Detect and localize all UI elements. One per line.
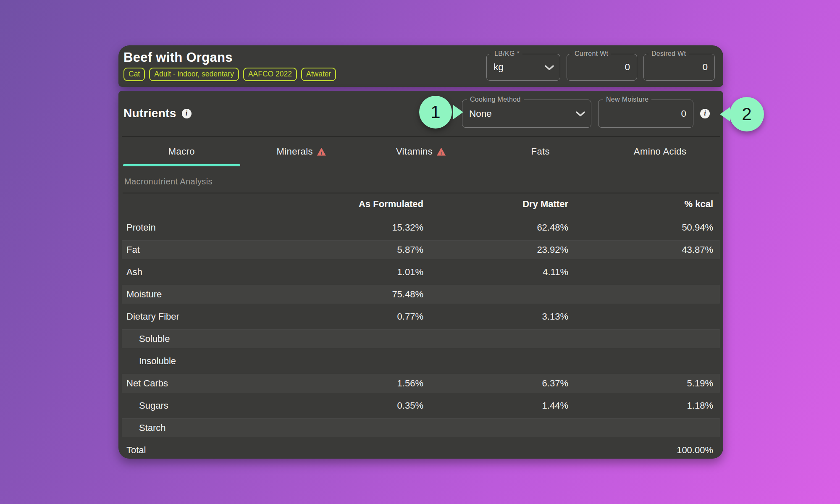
table-row-starch: Starch	[122, 418, 720, 438]
nutrient-tab-bar: Macro Minerals ! Vitamins ! Fats Amino A…	[122, 137, 720, 166]
table-row-fat: Fat 5.87% 23.92% 43.87%	[122, 240, 720, 260]
page-title: Beef with Organs	[123, 50, 336, 66]
desired-weight-label: Desired Wt	[648, 50, 689, 58]
nutrients-heading: Nutrients i	[123, 107, 192, 120]
new-moisture-label: New Moisture	[603, 96, 651, 103]
cooking-method-select[interactable]: Cooking Method None	[462, 100, 591, 128]
cooking-controls: Cooking Method None New Moisture 0 i	[462, 100, 710, 128]
tab-minerals[interactable]: Minerals !	[242, 137, 361, 166]
current-weight-input[interactable]: Current Wt 0	[567, 54, 637, 81]
tab-amino-acids[interactable]: Amino Acids	[600, 137, 720, 166]
column-header-dry-matter: Dry Matter	[430, 199, 575, 210]
desired-weight-input[interactable]: Desired Wt 0	[643, 54, 715, 81]
recipe-header-card: Beef with Organs Cat Adult - indoor, sed…	[118, 45, 723, 87]
column-header-as-formulated: As Formulated	[285, 199, 430, 210]
table-row-soluble: Soluble	[122, 329, 720, 349]
tab-vitamins[interactable]: Vitamins !	[361, 137, 481, 166]
tag-life-stage: Adult - indoor, sedentary	[149, 68, 239, 81]
tab-label: Minerals	[277, 146, 313, 157]
nutrients-card: Nutrients i Cooking Method None New Mois…	[118, 91, 723, 459]
arrow-right-icon	[453, 105, 463, 119]
tab-fats[interactable]: Fats	[480, 137, 600, 166]
warning-icon: !	[317, 148, 326, 156]
desired-weight-value: 0	[644, 54, 714, 80]
tab-label: Macro	[168, 146, 195, 157]
chevron-down-icon	[544, 65, 554, 71]
table-row-protein: Protein 15.32% 62.48% 50.94%	[122, 218, 720, 237]
warning-icon: !	[437, 148, 446, 156]
macro-table: As Formulated Dry Matter % kcal Protein …	[122, 193, 720, 460]
nutrients-info-icon[interactable]: i	[182, 109, 192, 118]
table-row-ash: Ash 1.01% 4.11%	[122, 262, 720, 282]
cooking-method-label: Cooking Method	[467, 96, 524, 103]
callout-number: 1	[419, 96, 452, 129]
annotation-callout-2: 2	[730, 97, 764, 131]
column-header-pct-kcal: % kcal	[575, 199, 720, 210]
table-row-moisture: Moisture 75.48%	[122, 285, 720, 304]
current-weight-label: Current Wt	[572, 50, 611, 58]
new-moisture-input[interactable]: New Moisture 0	[598, 100, 693, 128]
table-header-row: As Formulated Dry Matter % kcal	[122, 193, 720, 215]
nutrients-heading-text: Nutrients	[123, 107, 176, 120]
cooking-method-value: None	[462, 100, 591, 127]
tab-label: Vitamins	[396, 146, 433, 157]
unit-select-label: LB/KG *	[491, 50, 522, 58]
tag-standard: AAFCO 2022	[243, 68, 297, 81]
tag-list: Cat Adult - indoor, sedentary AAFCO 2022…	[123, 68, 336, 81]
table-row-dietary-fiber: Dietary Fiber 0.77% 3.13%	[122, 307, 720, 326]
unit-select[interactable]: LB/KG * kg	[486, 54, 560, 81]
recipe-header-left: Beef with Organs Cat Adult - indoor, sed…	[123, 50, 336, 87]
new-moisture-value: 0	[598, 100, 693, 127]
tag-energy-method: Atwater	[301, 68, 336, 81]
chevron-down-icon	[575, 111, 585, 117]
table-row-net-carbs: Net Carbs 1.56% 6.37% 5.19%	[122, 374, 720, 393]
weight-fields: LB/KG * kg Current Wt 0 Desired Wt 0	[486, 54, 715, 87]
table-row-insoluble: Insoluble	[122, 352, 720, 371]
tag-species: Cat	[123, 68, 145, 81]
callout-number: 2	[730, 97, 764, 131]
annotation-callout-1: 1	[419, 96, 452, 129]
table-row-sugars: Sugars 0.35% 1.44% 1.18%	[122, 396, 720, 415]
tab-label: Fats	[531, 146, 550, 157]
table-row-total: Total 100.00%	[122, 441, 720, 460]
tab-macro[interactable]: Macro	[122, 137, 242, 166]
tab-label: Amino Acids	[634, 146, 686, 157]
section-label: Macronutrient Analysis	[124, 177, 717, 186]
new-moisture-info-icon[interactable]: i	[700, 109, 710, 118]
arrow-left-icon	[720, 107, 730, 121]
current-weight-value: 0	[567, 54, 637, 80]
